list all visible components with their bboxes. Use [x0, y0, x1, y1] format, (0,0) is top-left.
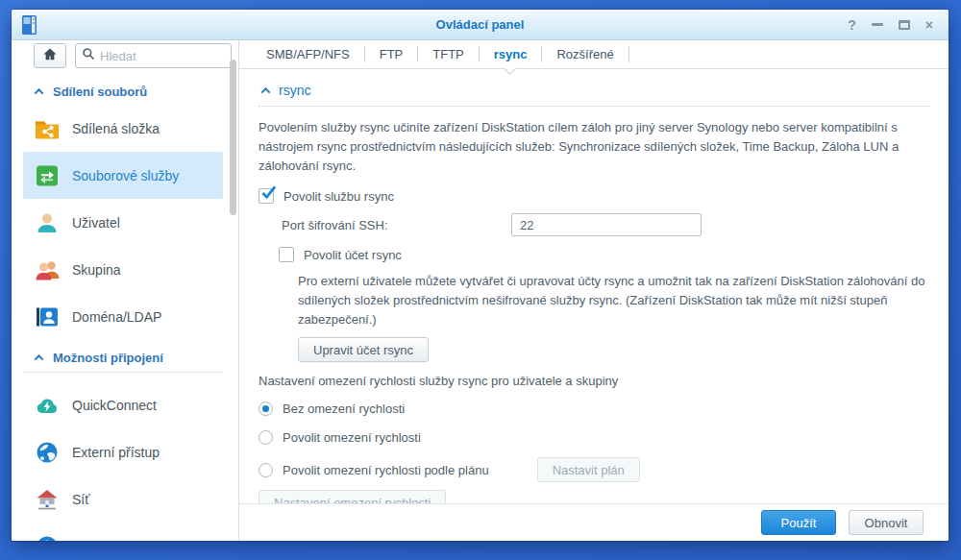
rsync-settings-form: rsync Povolením služby rsync učiníte zař…	[239, 69, 949, 515]
main-panel: SMB/AFP/NFS FTP TFTP rsync Rozšířené	[239, 40, 949, 541]
no-speed-limit-label: Bez omezení rychlosti	[283, 402, 405, 416]
user-icon	[35, 211, 60, 234]
control-panel-window: Ovládací panel ? ×	[12, 10, 949, 541]
rsync-description: Povolením služby rsync učiníte zařízení …	[259, 118, 929, 176]
rsync-section-header[interactable]: rsync	[259, 83, 929, 107]
enable-speed-limit-radio[interactable]	[259, 430, 273, 445]
sidebar-item-label: Server DHCP	[72, 539, 154, 542]
sidebar-section-connectivity[interactable]: Možnosti připojení	[12, 351, 238, 365]
sidebar-item-group[interactable]: Skupina	[23, 246, 223, 293]
sidebar-item-label: Skupina	[72, 262, 121, 278]
maximize-icon[interactable]	[899, 20, 910, 30]
title-bar: Ovládací panel ? ×	[12, 10, 949, 40]
sidebar-item-quickconnect[interactable]: QuickConnect	[23, 381, 223, 428]
close-icon[interactable]: ×	[925, 18, 933, 32]
home-icon	[42, 47, 58, 65]
enable-rsync-account-label: Povolit účet rsync	[304, 248, 402, 262]
dhcp-server-icon	[35, 535, 60, 542]
file-services-icon	[35, 164, 60, 187]
home-button[interactable]	[34, 43, 66, 68]
group-icon	[35, 258, 60, 281]
section-title: rsync	[279, 83, 310, 98]
help-icon[interactable]: ?	[848, 18, 856, 32]
collapse-caret-icon	[35, 88, 44, 98]
domain-ldap-icon	[35, 305, 60, 329]
sidebar-item-label: QuickConnect	[72, 398, 157, 413]
schedule-speed-limit-radio[interactable]	[259, 463, 273, 477]
apply-button[interactable]: Použít	[761, 510, 836, 535]
enable-rsync-checkbox[interactable]	[259, 188, 274, 204]
sidebar-item-user[interactable]: Uživatel	[23, 199, 223, 246]
ssh-port-input[interactable]	[511, 213, 702, 236]
ssh-port-label: Port šifrování SSH:	[282, 218, 511, 232]
tab-advanced[interactable]: Rozšířené	[542, 40, 628, 68]
tab-bar: SMB/AFP/NFS FTP TFTP rsync Rozšířené	[239, 40, 949, 69]
tab-smb-afp-nfs[interactable]: SMB/AFP/NFS	[252, 40, 364, 68]
search-icon	[82, 47, 95, 64]
tab-separator	[628, 46, 629, 62]
footer-action-bar: Použít Obnovit	[239, 503, 949, 541]
tab-tftp[interactable]: TFTP	[418, 40, 479, 68]
edit-rsync-account-button[interactable]: Upravit účet rsync	[298, 337, 429, 362]
sidebar-item-label: Uživatel	[72, 215, 120, 231]
sidebar-item-external-access[interactable]: Externí přístup	[23, 428, 223, 475]
sidebar-scrollbar[interactable]	[230, 60, 236, 215]
search-input[interactable]	[100, 49, 206, 63]
external-access-icon	[35, 441, 60, 464]
sidebar-item-domain-ldap[interactable]: Doména/LDAP	[23, 293, 223, 340]
sidebar-item-label: Síť	[72, 492, 89, 507]
sidebar-item-file-services[interactable]: Souborové služby	[23, 152, 223, 199]
sidebar-section-file-sharing[interactable]: Sdílení souborů	[12, 85, 238, 99]
sidebar-item-network[interactable]: Síť	[23, 475, 223, 523]
enable-rsync-account-checkbox[interactable]	[279, 247, 294, 262]
search-box[interactable]	[75, 43, 232, 68]
schedule-speed-limit-label: Povolit omezení rychlosti podle plánu	[283, 463, 489, 477]
network-icon	[35, 488, 60, 511]
sidebar-divider	[23, 372, 223, 373]
app-icon	[22, 15, 37, 38]
reset-button[interactable]: Obnovit	[849, 510, 924, 535]
set-plan-button[interactable]: Nastavit plán	[537, 457, 640, 482]
sidebar-item-label: Sdílená složka	[72, 121, 160, 136]
sidebar-item-shared-folder[interactable]: Sdílená složka	[23, 105, 223, 152]
sidebar-item-dhcp-server[interactable]: Server DHCP	[23, 523, 223, 541]
tab-rsync[interactable]: rsync	[480, 40, 542, 68]
collapse-caret-icon	[35, 354, 44, 364]
enable-speed-limit-label: Povolit omezení rychlosti	[283, 430, 421, 445]
tab-ftp[interactable]: FTP	[365, 40, 418, 68]
shared-folder-icon	[35, 117, 60, 140]
quickconnect-icon	[35, 394, 60, 417]
minimize-icon[interactable]	[872, 23, 883, 26]
sidebar: Sdílení souborů Sdílená složka Souborové…	[12, 40, 239, 541]
window-title: Ovládací panel	[12, 17, 949, 32]
rsync-account-note: Pro externí uživatele můžete vytvářet či…	[298, 272, 927, 329]
speed-limit-heading: Nastavení omezení rychlosti služby rsync…	[259, 374, 929, 388]
sidebar-item-label: Souborové služby	[72, 168, 179, 183]
collapse-caret-icon	[261, 86, 271, 96]
sidebar-item-label: Doména/LDAP	[72, 309, 161, 325]
sidebar-item-label: Externí přístup	[72, 445, 160, 460]
no-speed-limit-radio[interactable]	[259, 402, 273, 416]
enable-rsync-label: Povolit službu rsync	[283, 189, 394, 204]
